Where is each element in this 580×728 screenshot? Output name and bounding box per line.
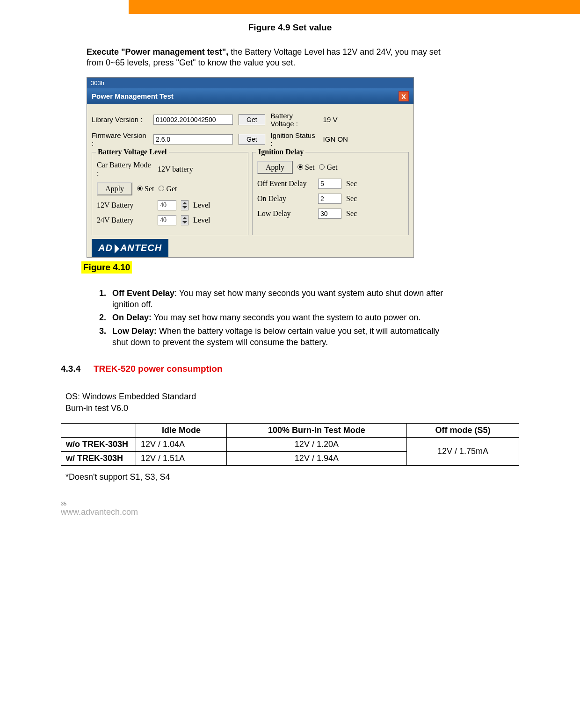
item-2-rest: You may set how many seconds you want th… (152, 313, 420, 322)
power-consumption-table: Idle Mode 100% Burn-in Test Mode Off mod… (61, 423, 519, 466)
off-unit: Sec (346, 180, 357, 188)
radio-icon (137, 186, 143, 191)
on-delay-label: On Delay (257, 195, 313, 203)
delay-get-radio[interactable]: Get (319, 163, 337, 172)
v24-label: 24V Battery (97, 216, 153, 224)
intro-lead: Execute "Power management test", (87, 47, 228, 57)
on-unit: Sec (346, 195, 357, 203)
library-version-get-button[interactable]: Get (239, 114, 265, 125)
burnin-line: Burn-in test V6.0 (65, 403, 519, 414)
on-delay-row: On Delay Sec (257, 194, 404, 204)
logo-triangle-icon (115, 244, 119, 253)
th-off: Off mode (S5) (407, 423, 519, 437)
doc-header-bar (0, 0, 580, 14)
firmware-version-row: Firmware Version : Get Ignition Status :… (92, 131, 409, 147)
firmware-version-input[interactable] (153, 134, 233, 144)
v12-spin-input[interactable]: 40 (158, 200, 176, 210)
low-delay-input[interactable] (318, 209, 341, 219)
app-titlebar: 303h (87, 78, 413, 88)
on-delay-input[interactable] (318, 194, 341, 204)
row1-label: w/o TREK-303H (61, 437, 136, 451)
ignition-status-label: Ignition Status : (271, 131, 318, 147)
page-content: Figure 4.9 Set value Execute "Power mana… (0, 14, 580, 517)
dialog-body: Library Version : Get Battery Voltage : … (87, 104, 413, 257)
spinner-arrows-icon[interactable] (181, 215, 188, 225)
low-unit: Sec (346, 209, 357, 218)
firmware-version-label: Firmware Version : (92, 131, 148, 147)
bvl-apply-button[interactable]: Apply (97, 182, 132, 195)
firmware-version-get-button[interactable]: Get (239, 134, 265, 145)
close-icon[interactable]: X (399, 91, 409, 101)
library-version-row: Library Version : Get Battery Voltage : … (92, 112, 409, 128)
low-delay-row: Low Delay Sec (257, 209, 404, 219)
off-event-delay-input[interactable] (318, 179, 341, 189)
section-number: 4.3.4 (61, 364, 94, 374)
section-4-3-4-heading: 4.3.4 TREK-520 power consumption (61, 364, 519, 374)
spinner-arrows-icon[interactable] (181, 200, 188, 210)
row1-burn: 12V / 1.20A (226, 437, 406, 451)
bvl-apply-row: Apply Set Get (97, 182, 243, 195)
list-item: 1. Off Event Delay: You may set how many… (99, 288, 445, 310)
battery-voltage-level-group: Battery Voltage Level Car Battery Mode :… (92, 152, 248, 235)
row2-burn: 12V / 1.94A (226, 451, 406, 465)
os-info: OS: Windows Embedded Standard Burn-in te… (65, 391, 519, 414)
ignition-status-value: IGN ON (323, 135, 351, 143)
doc-header-white-block (0, 0, 129, 14)
footer-url: www.advantech.com (61, 507, 519, 517)
low-delay-label: Low Delay (257, 209, 313, 218)
item-2-bold: On Delay: (112, 313, 152, 322)
table-footnote: *Doesn't support S1, S3, S4 (65, 472, 519, 482)
battery-voltage-value: 19 V (323, 115, 351, 123)
list-item: 2. On Delay: You may set how many second… (99, 312, 445, 323)
car-battery-mode-value: 12V battery (158, 165, 193, 173)
delay-apply-button[interactable]: Apply (257, 161, 293, 174)
car-battery-mode-label: Car Battery Mode : (97, 161, 153, 178)
row2-label: w/ TREK-303H (61, 451, 136, 465)
list-num-3: 3. (99, 325, 112, 348)
delay-group-title: Ignition Delay (256, 148, 305, 156)
row1-idle: 12V / 1.04A (136, 437, 227, 451)
off-event-delay-row: Off Event Delay Sec (257, 179, 404, 189)
delay-apply-row: Apply Set Get (257, 161, 404, 174)
v12-unit: Level (193, 201, 210, 209)
v24-unit: Level (193, 216, 210, 224)
item-3-bold: Low Delay: (112, 326, 157, 336)
list-num-1: 1. (99, 288, 112, 310)
bvl-set-radio[interactable]: Set (137, 185, 154, 193)
os-line: OS: Windows Embedded Standard (65, 391, 519, 403)
window-titlebar: Power Management Test X (87, 88, 413, 104)
item-3-rest: When the battery voltage is below certai… (112, 326, 439, 347)
car-battery-mode-row: Car Battery Mode : 12V battery (97, 161, 243, 178)
intro-paragraph: Execute "Power management test", the Bat… (87, 47, 442, 69)
item-1-bold: Off Event Delay (112, 288, 174, 298)
row2-idle: 12V / 1.51A (136, 451, 227, 465)
section-title: TREK-520 power consumption (94, 364, 223, 374)
table-row: w/o TREK-303H 12V / 1.04A 12V / 1.20A 12… (61, 437, 519, 451)
v12-row: 12V Battery 40 Level (97, 200, 243, 210)
off-event-delay-label: Off Event Delay (257, 180, 313, 188)
radio-icon (297, 164, 303, 170)
v24-row: 24V Battery 40 Level (97, 215, 243, 225)
battery-voltage-label: Battery Voltage : (271, 112, 318, 128)
v24-spin-input[interactable]: 40 (158, 215, 176, 225)
th-idle: Idle Mode (136, 423, 227, 437)
figure-4-10-caption: Figure 4.10 (81, 261, 132, 274)
bvl-group-title: Battery Voltage Level (96, 148, 169, 156)
library-version-input[interactable] (153, 115, 233, 125)
radio-icon (159, 186, 164, 191)
page-number: 35 (61, 501, 519, 506)
delay-description-list: 1. Off Event Delay: You may set how many… (99, 288, 445, 348)
library-version-label: Library Version : (92, 115, 148, 123)
power-management-screenshot: 303h Power Management Test X Library Ver… (87, 77, 414, 258)
th-burn: 100% Burn-in Test Mode (226, 423, 406, 437)
list-item: 3. Low Delay: When the battery voltage i… (99, 325, 445, 348)
ignition-delay-group: Ignition Delay Apply Set Get Off Event D… (252, 152, 409, 235)
off-mode-value: 12V / 1.75mA (407, 437, 519, 465)
delay-set-radio[interactable]: Set (297, 163, 314, 172)
radio-icon (319, 164, 325, 170)
bvl-get-radio[interactable]: Get (159, 185, 177, 193)
settings-groups: Battery Voltage Level Car Battery Mode :… (92, 152, 409, 235)
list-num-2: 2. (99, 312, 112, 323)
v12-label: 12V Battery (97, 201, 153, 209)
window-title: Power Management Test (92, 92, 174, 100)
